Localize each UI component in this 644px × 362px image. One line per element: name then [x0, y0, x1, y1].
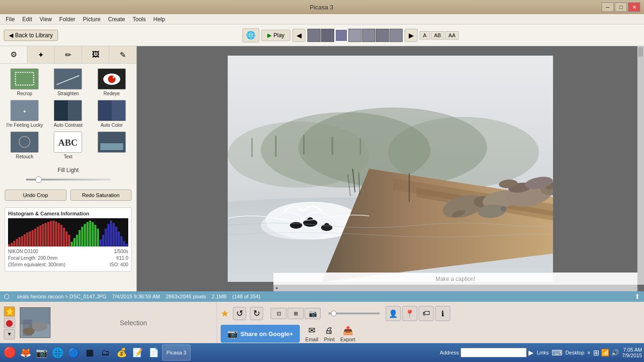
globe-button[interactable]: 🌐 [242, 28, 259, 42]
pin-button[interactable]: 📍 [402, 306, 417, 321]
window-controls: ─ □ ✕ [602, 2, 640, 12]
circle-tool-button[interactable]: ⬤ [4, 318, 15, 328]
taskbar-picasa-app[interactable]: Picasa 3 [162, 345, 190, 361]
svg-rect-41 [63, 228, 65, 247]
tool-recrop[interactable]: Recrop [5, 68, 44, 96]
taskbar-start-icon[interactable]: 🔴 [2, 345, 17, 360]
share-google-button[interactable]: 📷 Share on Google+ [221, 325, 300, 343]
menu-picture[interactable]: Picture [79, 15, 104, 24]
title-bar: Picasa 3 ─ □ ✕ [0, 0, 644, 14]
play-label: Play [273, 32, 284, 39]
text-size-ab-button[interactable]: AB [431, 31, 445, 40]
menu-folder[interactable]: Folder [56, 15, 79, 24]
star-button[interactable]: ★ [221, 308, 229, 319]
menu-view[interactable]: View [36, 15, 56, 24]
close-button[interactable]: ✕ [628, 2, 640, 12]
profile-button[interactable]: 👤 [386, 306, 401, 321]
taskbar-folder-icon[interactable]: 🗂 [98, 345, 113, 360]
svg-rect-47 [79, 230, 81, 247]
tab-basic-fixes[interactable]: ⚙ [0, 46, 27, 63]
svg-rect-22 [13, 241, 15, 247]
taskbar-chrome-icon[interactable]: 🔵 [66, 345, 81, 360]
view-btn-1[interactable]: ⊡ [271, 308, 287, 319]
thumb-4[interactable] [348, 29, 362, 42]
more-tools-button[interactable]: ▼ [4, 329, 15, 339]
tool-redeye[interactable]: Redeye [92, 68, 132, 96]
menu-help[interactable]: Help [149, 15, 169, 24]
thumb-6[interactable] [376, 29, 389, 42]
taskbar-picasa-icon[interactable]: 📷 [34, 345, 49, 360]
tool-retouch[interactable]: Retouch [5, 132, 44, 159]
taskbar-money-icon[interactable]: 💰 [114, 345, 129, 360]
text-size-aa-button[interactable]: AA [445, 31, 459, 40]
image-area: Make a caption! ≡ [137, 46, 644, 291]
horizontal-scrollbar[interactable] [273, 285, 637, 291]
svg-point-99 [324, 223, 329, 227]
info-button[interactable]: ℹ [435, 306, 450, 321]
view-btn-3[interactable]: 📷 [305, 308, 321, 319]
expand-icon[interactable]: » [587, 349, 590, 356]
svg-point-5 [108, 75, 116, 83]
menu-file[interactable]: File [2, 15, 18, 24]
thumb-3[interactable] [335, 29, 348, 42]
text-size-a-button[interactable]: A [420, 31, 429, 40]
tool-auto-color[interactable]: Auto Color [92, 100, 132, 128]
minimize-button[interactable]: ─ [602, 2, 614, 12]
vertical-scrollbar[interactable] [637, 46, 644, 285]
keyboard-icon[interactable]: ⌨ [552, 348, 562, 357]
taskbar-firefox-icon[interactable]: 🦊 [18, 345, 33, 360]
tool-text[interactable]: ABC Text [48, 132, 88, 159]
export-action[interactable]: 📤 Export [340, 325, 355, 342]
taskbar-grid-icon[interactable]: ▦ [82, 345, 97, 360]
tool-straighten[interactable]: Straighten [48, 68, 88, 96]
svg-rect-54 [97, 229, 99, 247]
thumb-1[interactable] [307, 29, 321, 42]
svg-rect-20 [8, 244, 10, 247]
taskbar-notepad-icon[interactable]: 📝 [130, 345, 145, 360]
next-button[interactable]: ▶ [405, 29, 418, 42]
play-button[interactable]: ▶ Play [261, 30, 290, 41]
tab-image[interactable]: 🖼 [82, 46, 109, 63]
fill-light-slider[interactable] [26, 175, 111, 184]
rotate-cw-button[interactable]: ↻ [250, 307, 263, 320]
zoom-slider[interactable] [328, 309, 380, 318]
thumb-5[interactable] [362, 29, 375, 42]
menu-tools[interactable]: Tools [129, 15, 149, 24]
menu-create[interactable]: Create [104, 15, 129, 24]
tab-write[interactable]: ✎ [109, 46, 136, 63]
taskbar-ie-icon[interactable]: 🌐 [50, 345, 65, 360]
tool-auto-contrast[interactable]: Auto Contrast [48, 100, 88, 128]
undo-crop-button[interactable]: Undo Crop [5, 189, 66, 201]
tag-button[interactable]: 🏷 [419, 306, 434, 321]
star-tool-button[interactable]: ⭐ [4, 306, 15, 317]
status-expand-icon[interactable]: ⬡ [4, 293, 9, 300]
back-to-library-button[interactable]: ◀ Back to Library [4, 30, 58, 41]
view-btn-2[interactable]: ⊞ [288, 308, 304, 319]
back-button-label: Back to Library [15, 32, 53, 39]
address-go-icon[interactable]: ▶ [528, 349, 534, 356]
print-action[interactable]: 🖨 Print [324, 326, 335, 342]
menu-edit[interactable]: Edit [18, 15, 36, 24]
zoom-thumb[interactable] [331, 311, 337, 316]
tool-lucky[interactable]: ✦ I'm Feeling Lucky [5, 100, 44, 128]
svg-rect-52 [91, 222, 93, 247]
thumb-7[interactable] [389, 29, 403, 42]
image-caption[interactable]: Make a caption! [436, 276, 476, 282]
rotate-ccw-button[interactable]: ↺ [233, 307, 246, 320]
svg-rect-50 [86, 222, 88, 247]
slider-thumb[interactable] [35, 176, 42, 183]
tab-effects[interactable]: ✏ [55, 46, 82, 63]
svg-rect-29 [32, 230, 33, 247]
address-input[interactable] [461, 348, 527, 357]
upload-icon[interactable]: ⬆ [635, 293, 640, 300]
prev-button[interactable]: ◀ [292, 29, 305, 42]
redo-saturation-button[interactable]: Redo Saturation [70, 189, 132, 201]
maximize-button[interactable]: □ [615, 2, 627, 12]
print-icon: 🖨 [325, 326, 333, 336]
email-action[interactable]: ✉ Email [305, 325, 319, 342]
thumb-2[interactable] [321, 29, 334, 42]
tab-tuning[interactable]: ✦ [27, 46, 55, 63]
taskbar-doc-icon[interactable]: 📄 [146, 345, 161, 360]
tool-fill[interactable] [92, 132, 132, 159]
selection-thumbnail[interactable] [20, 307, 50, 338]
